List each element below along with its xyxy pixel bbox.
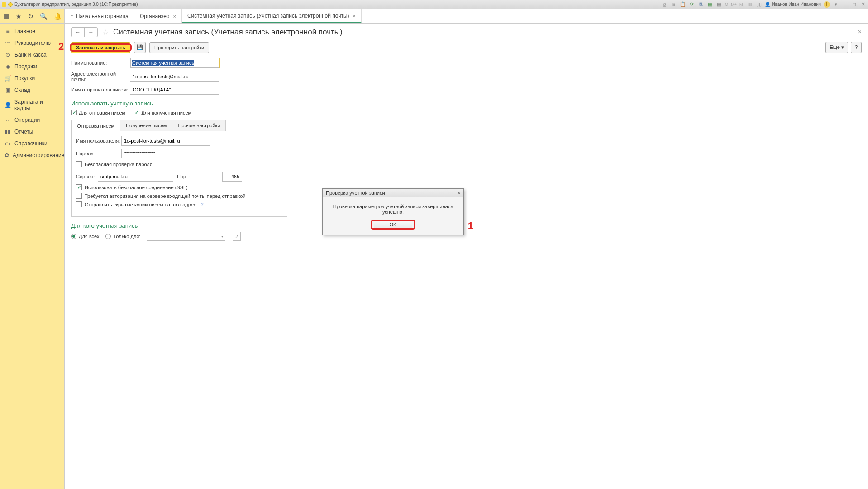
sidebar-item-operations[interactable]: ↔Операции <box>0 114 64 126</box>
apps-icon[interactable]: ▦ <box>4 12 10 20</box>
tab-organizer[interactable]: Органайзер × <box>134 9 182 23</box>
combo-open-icon[interactable]: ↗ <box>233 232 241 241</box>
sidebar-item-purchases[interactable]: 🛒Покупки <box>0 72 64 84</box>
who-heading: Для кого учетная запись <box>71 222 862 229</box>
info-dropdown-icon[interactable]: ▾ <box>833 1 839 8</box>
user-name: Иванов Иван Иванович <box>772 2 821 7</box>
for-send-checkbox[interactable] <box>71 110 77 115</box>
history-icon[interactable]: ↻ <box>28 12 33 20</box>
ok-button[interactable]: OK <box>374 220 413 230</box>
name-value-selected: Системная учетная запись <box>132 60 194 66</box>
sidebar: ≡Главное 〰Руководителю ⊙Банк и касса ◆Пр… <box>0 24 65 489</box>
panels-icon[interactable]: ▯▯ <box>756 1 762 8</box>
ssl-checkbox[interactable] <box>76 184 82 190</box>
name-label: Наименование: <box>71 60 130 66</box>
user-label[interactable]: 👤Иванов Иван Иванович <box>765 2 821 7</box>
maximize-icon[interactable]: ◻ <box>851 1 857 8</box>
sidebar-item-bank[interactable]: ⊙Банк и касса <box>0 49 64 61</box>
sidebar-item-label: Операции <box>14 117 40 123</box>
sidebar-item-warehouse[interactable]: ▣Склад <box>0 84 64 96</box>
server-input[interactable] <box>98 172 173 182</box>
auth-before-label: Требуется авторизация на сервере входяще… <box>85 193 246 199</box>
favorite-icon[interactable]: ☆ <box>102 28 109 37</box>
check-account-dialog: Проверка учетной записи × Проверка парам… <box>322 188 464 235</box>
m-label[interactable]: M <box>725 2 729 7</box>
combo-dropdown-icon[interactable]: ▾ <box>219 235 225 239</box>
m-plus-label[interactable]: M+ <box>731 2 737 7</box>
save-icon[interactable]: 🗎 <box>671 1 677 8</box>
tab-recv[interactable]: Получение писем <box>120 120 172 131</box>
clipboard-icon[interactable]: 📋 <box>680 1 686 8</box>
only-for-combo[interactable]: ▾ <box>147 232 225 241</box>
close-window-icon[interactable]: ✕ <box>860 1 866 8</box>
tab-system-account[interactable]: Системная учетная запись (Учетная запись… <box>182 9 362 23</box>
page-close-icon[interactable]: × <box>858 28 862 35</box>
folder-icon: 🗀 <box>5 140 11 147</box>
auth-before-checkbox[interactable] <box>76 193 82 199</box>
sidebar-item-sales[interactable]: ◆Продажи <box>0 61 64 72</box>
for-recv-checkbox[interactable] <box>134 110 139 115</box>
star-icon[interactable]: ★ <box>16 12 22 20</box>
sidebar-item-main[interactable]: ≡Главное <box>0 25 64 37</box>
globe-icon[interactable]: ⟳ <box>689 1 695 8</box>
calendar-icon[interactable]: ▦ <box>707 1 713 8</box>
bars-icon: ▮▮ <box>5 129 11 135</box>
zoom-icon[interactable]: ◻⃝ <box>747 1 753 8</box>
port-input[interactable] <box>222 172 242 182</box>
more-button[interactable]: Еще ▾ <box>825 42 848 53</box>
smtp-pass-label: Пароль: <box>76 151 121 156</box>
sidebar-item-reports[interactable]: ▮▮Отчеты <box>0 126 64 138</box>
only-for-input[interactable] <box>147 232 219 240</box>
printer-icon[interactable]: 🖶 <box>698 1 704 8</box>
app-dropdown-icon[interactable] <box>8 2 13 7</box>
m-minus-label[interactable]: M- <box>739 2 744 7</box>
gear-icon: ✿ <box>5 152 9 158</box>
annotation-1: 1 <box>468 220 473 232</box>
name-input[interactable]: Системная учетная запись <box>130 58 219 68</box>
sidebar-item-catalogs[interactable]: 🗀Справочники <box>0 138 64 149</box>
ops-icon: ↔ <box>5 117 11 123</box>
more-label: Еще <box>830 44 839 50</box>
save-button[interactable]: 💾 <box>134 42 146 53</box>
box-icon: ▣ <box>5 87 11 93</box>
check-settings-button[interactable]: Проверить настройки <box>149 42 209 53</box>
bell-icon[interactable]: 🔔 <box>54 12 62 20</box>
email-input[interactable] <box>130 72 219 82</box>
dialog-close-icon[interactable]: × <box>458 190 460 196</box>
save-close-button[interactable]: Записать и закрыть <box>71 42 130 53</box>
tab-close-icon[interactable]: × <box>353 13 356 19</box>
bcc-checkbox[interactable] <box>76 201 82 207</box>
send-panel: Имя пользователя: Пароль: Безопасная про… <box>71 131 287 217</box>
sidebar-item-manager[interactable]: 〰Руководителю <box>0 37 64 49</box>
smtp-user-input[interactable] <box>121 136 210 146</box>
safe-check-checkbox[interactable] <box>76 161 82 167</box>
bcc-label: Отправлять скрытые копии писем на этот а… <box>85 202 196 207</box>
tab-other[interactable]: Прочие настройки <box>172 120 226 131</box>
print-icon[interactable]: ⎙ <box>662 1 668 8</box>
email-label: Адрес электронной почты: <box>71 71 130 82</box>
sidebar-item-admin[interactable]: ✿Администрирование <box>0 149 64 161</box>
back-button[interactable]: ← <box>72 28 85 37</box>
help-icon[interactable]: ? <box>201 202 204 207</box>
sidebar-item-label: Главное <box>14 28 35 34</box>
smtp-pass-input[interactable] <box>121 149 210 158</box>
sidebar-item-hr[interactable]: 👤Зарплата и кадры <box>0 96 64 114</box>
sidebar-item-label: Справочники <box>14 140 48 147</box>
search-icon[interactable]: 🔍 <box>40 12 48 20</box>
calc-icon[interactable]: ▤ <box>716 1 722 8</box>
tab-home[interactable]: ⌂ Начальная страница <box>65 9 134 23</box>
forward-button[interactable]: → <box>85 28 97 37</box>
sender-input[interactable] <box>130 85 219 95</box>
toolbar: ▦ ★ ↻ 🔍 🔔 ⌂ Начальная страница Органайзе… <box>0 9 868 24</box>
for-recv-label: Для получения писем <box>141 110 191 115</box>
ssl-label: Использовать безопасное соединение (SSL) <box>85 185 188 190</box>
tab-system-account-label: Системная учетная запись (Учетная запись… <box>187 13 349 19</box>
only-for-radio[interactable] <box>105 234 111 239</box>
minimize-icon[interactable]: — <box>842 1 848 8</box>
info-icon[interactable]: i <box>824 1 830 8</box>
for-all-radio[interactable] <box>71 234 76 239</box>
tab-send[interactable]: Отправка писем <box>72 121 120 131</box>
help-button[interactable]: ? <box>851 42 862 53</box>
tab-close-icon[interactable]: × <box>173 14 176 19</box>
for-send-label: Для отправки писем <box>79 110 125 115</box>
